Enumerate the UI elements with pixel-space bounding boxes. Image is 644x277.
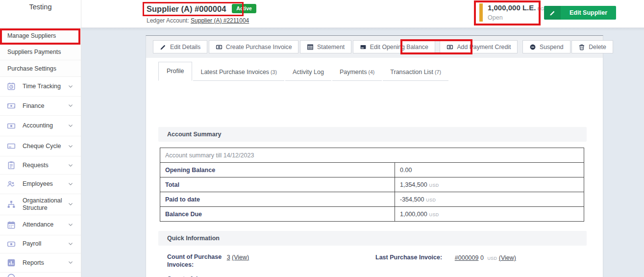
ledger-account-line: Ledger Account: Supplier (A) #2211004 xyxy=(147,17,249,24)
tab-transaction-list[interactable]: Transaction List(7) xyxy=(383,64,448,81)
tab-count: (3) xyxy=(271,69,277,75)
sidebar: Testing Manage Suppliers Suppliers Payme… xyxy=(0,0,81,277)
last-invoice-number-link[interactable]: #000009 xyxy=(455,254,479,261)
sidebar-item-time-tracking[interactable]: Time Tracking xyxy=(0,77,81,97)
banknote-icon xyxy=(7,101,16,110)
chevron-down-icon xyxy=(66,222,75,228)
edit-supplier-button[interactable]: Edit Supplier xyxy=(544,6,616,20)
calendar-icon xyxy=(7,221,16,229)
status-badge: Active xyxy=(232,4,256,13)
tab-activity-log[interactable]: Activity Log xyxy=(285,64,331,81)
sidebar-item-suppliers-payments[interactable]: Suppliers Payments xyxy=(0,44,81,60)
row-label: Balance Due xyxy=(160,207,395,222)
table-row: Total 1,354,500USD xyxy=(160,177,584,192)
account-summary-header: Account Summary xyxy=(158,127,587,142)
sidebar-item-purchase-settings[interactable]: Purchase Settings xyxy=(0,60,81,77)
tab-count: (7) xyxy=(435,69,441,75)
create-purchase-invoice-button[interactable]: Create Purchase Invoice xyxy=(209,40,299,53)
view-last-invoice-link[interactable]: (View) xyxy=(499,254,516,261)
sidebar-item-employees[interactable]: Employees xyxy=(0,175,81,194)
suspend-button[interactable]: Suspend xyxy=(522,40,570,53)
chevron-down-icon xyxy=(66,162,75,169)
row-value: 1,354,500 xyxy=(400,181,427,188)
sidebar-item-accounting[interactable]: Accounting xyxy=(0,116,81,136)
minus-circle-icon xyxy=(529,44,536,50)
add-payment-credit-button[interactable]: Add Payment Credit xyxy=(440,40,518,53)
tab-label: Profile xyxy=(167,68,184,75)
row-value: 0.00 xyxy=(400,167,412,174)
money-icon xyxy=(446,44,453,50)
chevron-down-icon xyxy=(66,102,75,109)
row-currency: USD xyxy=(429,212,439,217)
sidebar-item-finance[interactable]: Finance xyxy=(0,97,81,116)
sidebar-item-label: Requests xyxy=(23,162,65,169)
button-label: Suspend xyxy=(540,44,564,50)
tab-latest-purchase-invoices[interactable]: Latest Purchase Invoices(3) xyxy=(193,64,284,81)
table-row: Balance Due 1,000,000USD xyxy=(160,207,584,222)
button-label: Add Payment Credit xyxy=(457,44,511,50)
delete-button[interactable]: Delete xyxy=(571,40,613,53)
row-currency: USD xyxy=(429,183,439,188)
pencil-icon xyxy=(544,6,561,20)
payroll-icon xyxy=(7,240,16,249)
chevron-down-icon xyxy=(66,181,75,187)
page-header: Supplier (A) #000004Active Ledger Accoun… xyxy=(81,0,644,28)
button-label: Statement xyxy=(317,44,345,50)
sidebar-item-payroll[interactable]: Payroll xyxy=(0,235,81,253)
tab-label: Activity Log xyxy=(293,69,324,76)
ledger-account-link[interactable]: Supplier (A) #2211004 xyxy=(191,17,249,24)
calendar-clock-icon xyxy=(7,82,16,91)
bar-chart-icon xyxy=(7,258,16,267)
table-caption: Account summary till 14/12/2023 xyxy=(160,148,584,163)
sidebar-item-label: Finance xyxy=(23,102,65,109)
count-of-purchase-invoices-value: 3 (View) xyxy=(227,254,249,261)
sidebar-item-cheque-cycle[interactable]: Cheque Cycle xyxy=(0,136,81,156)
toolbar: Edit Details Create Purchase Invoice Sta… xyxy=(146,36,603,58)
workspace-title: Testing xyxy=(0,0,81,28)
statement-button[interactable]: Statement xyxy=(300,40,351,53)
chevron-down-icon xyxy=(66,143,75,150)
row-value: 1,000,000 xyxy=(400,211,427,218)
invoice-count-link[interactable]: 3 xyxy=(227,254,230,261)
table-row: Paid to date -354,500USD xyxy=(160,192,584,207)
org-chart-icon xyxy=(7,200,16,209)
last-purchase-invoice-label: Last Purchase Invoice: xyxy=(375,254,442,262)
cash-icon xyxy=(7,122,16,130)
cheque-icon xyxy=(7,142,16,151)
chevron-down-icon xyxy=(66,259,75,266)
sidebar-item-label: Time Tracking xyxy=(23,83,65,90)
view-invoices-link[interactable]: (View) xyxy=(232,254,249,261)
tab-profile[interactable]: Profile xyxy=(158,62,192,81)
sidebar-item-manage-suppliers[interactable]: Manage Suppliers xyxy=(0,28,81,44)
button-label: Delete xyxy=(589,44,606,50)
sidebar-item-organizational-structure[interactable]: Organizational Structure xyxy=(0,194,81,215)
button-label: Edit Opening Balance xyxy=(370,44,428,50)
row-label: Total xyxy=(160,177,395,192)
chevron-down-icon xyxy=(66,241,75,247)
sidebar-item-label: Suppliers Payments xyxy=(7,49,61,55)
balance-amount: 1,000,000 L.E.EGP xyxy=(488,3,547,12)
sidebar-item-label: Organizational Structure xyxy=(23,197,65,211)
pencil-icon xyxy=(160,44,167,50)
tab-payments[interactable]: Payments(4) xyxy=(332,64,382,81)
quick-information-header: Quick Information xyxy=(158,231,587,246)
sidebar-item-label: Purchase Settings xyxy=(7,65,56,72)
sidebar-item-attendance[interactable]: Attendance xyxy=(0,215,81,235)
sidebar-item-partial[interactable] xyxy=(0,273,81,277)
edit-opening-balance-button[interactable]: Edit Opening Balance xyxy=(353,40,435,53)
sidebar-item-requests[interactable]: Requests xyxy=(0,156,81,175)
sidebar-item-label: Reports xyxy=(23,259,65,266)
sidebar-item-label: Accounting xyxy=(23,122,65,129)
edit-supplier-label: Edit Supplier xyxy=(561,9,616,16)
edit-details-button[interactable]: Edit Details xyxy=(153,40,207,53)
tab-label: Payments xyxy=(340,69,367,76)
content-area: Edit Details Create Purchase Invoice Sta… xyxy=(81,28,644,277)
money-icon xyxy=(216,44,223,50)
balance-value: 1,000,000 L.E. xyxy=(488,3,536,12)
tab-bar: Profile Latest Purchase Invoices(3) Acti… xyxy=(158,63,598,81)
clipboard-icon xyxy=(7,161,16,170)
sidebar-item-reports[interactable]: Reports xyxy=(0,253,81,273)
account-summary-table: Account summary till 14/12/2023 Opening … xyxy=(160,148,584,222)
last-invoice-amount: 0 xyxy=(480,254,484,261)
count-of-purchase-invoices-label: Count of Purchase Invoices: xyxy=(167,253,225,269)
